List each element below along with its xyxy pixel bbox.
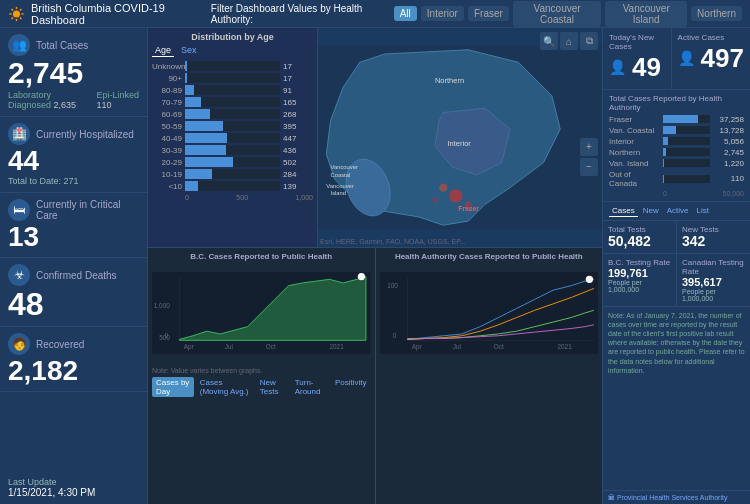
recovered-number: 2,182	[8, 357, 139, 385]
new-tests-num: 342	[682, 234, 745, 249]
age-tab-sex[interactable]: Sex	[178, 44, 200, 57]
age-bar-label: 10-19	[152, 170, 182, 179]
age-bar-fill	[185, 157, 233, 167]
filter-vancouver-island[interactable]: Vancouver Island	[605, 1, 687, 27]
ha-bar-value: 2,745	[712, 148, 744, 157]
ha-bar-fill	[663, 126, 676, 134]
age-bar-row: 30-39 436	[152, 145, 313, 155]
age-bar-track	[185, 157, 280, 167]
svg-text:Oct: Oct	[266, 343, 276, 350]
bc-testing-label: B.C. Testing Rate	[608, 258, 671, 267]
map-zoom-out[interactable]: −	[580, 158, 598, 176]
age-bar-value: 268	[283, 110, 313, 119]
filter-label: Filter Dashboard Values by Health Author…	[211, 3, 390, 25]
bottom-tab-3[interactable]: Turn-Around	[291, 377, 329, 397]
map-zoom-in[interactable]: +	[580, 138, 598, 156]
ha-bar-row: Out of Canada 110	[609, 170, 744, 188]
filter-all[interactable]: All	[394, 6, 417, 21]
svg-text:Vancouver: Vancouver	[331, 164, 358, 170]
map-area: Northern Interior Vancouver Coastal Vanc…	[318, 28, 602, 247]
age-bar-fill	[185, 169, 212, 179]
age-chart-area: Distribution by Age Age Sex Unknown 17 9…	[148, 28, 318, 247]
active-cases: Active Cases 👤 497	[672, 28, 750, 89]
svg-point-45	[585, 276, 592, 283]
age-bar-row: 20-29 502	[152, 157, 313, 167]
svg-line-6	[20, 17, 22, 19]
tests-row: Total Tests 50,482 New Tests 342	[603, 221, 750, 254]
last-update-section: Last Update 1/15/2021, 4:30 PM	[0, 471, 147, 504]
age-tab-age[interactable]: Age	[152, 44, 174, 57]
total-to-date: Total to Date: 271	[8, 176, 139, 186]
age-bar-track	[185, 133, 280, 143]
svg-point-13	[449, 189, 462, 202]
ha-bar-fill	[663, 115, 698, 123]
filter-vancouver-coastal[interactable]: Vancouver Coastal	[513, 1, 601, 27]
header-left: British Columbia COVID-19 Dashboard	[8, 2, 211, 26]
bc-testing-num: 199,761	[608, 267, 671, 279]
deaths-number: 48	[8, 288, 139, 320]
age-bar-fill	[185, 121, 223, 131]
hospital-icon: 🏥	[8, 123, 30, 145]
ha-tab-active[interactable]: Active	[664, 205, 692, 217]
ha-tab-new[interactable]: New	[640, 205, 662, 217]
ha-bar-fill	[663, 159, 664, 167]
map-layers-btn[interactable]: ⧉	[580, 32, 598, 50]
ha-bar-fill	[663, 137, 668, 145]
ha-tab-list[interactable]: List	[694, 205, 712, 217]
age-bar-row: 10-19 284	[152, 169, 313, 179]
filter-fraser[interactable]: Fraser	[468, 6, 509, 21]
age-bar-value: 436	[283, 146, 313, 155]
svg-text:Apr: Apr	[411, 343, 422, 351]
total-cases-number: 2,745	[8, 58, 139, 88]
age-chart-title: Distribution by Age	[152, 32, 313, 42]
svg-point-0	[13, 10, 20, 17]
header-title: British Columbia COVID-19 Dashboard	[31, 2, 211, 26]
map-search-btn[interactable]: 🔍	[540, 32, 558, 50]
filter-interior[interactable]: Interior	[421, 6, 464, 21]
deaths-label: Confirmed Deaths	[36, 270, 117, 281]
age-bar-row: <10 139	[152, 181, 313, 191]
map-home-btn[interactable]: ⌂	[560, 32, 578, 50]
bottom-tab-4[interactable]: Positivity	[331, 377, 371, 397]
active-num: 497	[701, 44, 744, 73]
age-bar-track	[185, 121, 280, 131]
active-person-icon: 👤	[678, 50, 695, 66]
canadian-testing-label: Canadian Testing Rate	[682, 258, 745, 276]
bc-cases-note: Note: Value varies between graphs.	[152, 367, 371, 374]
age-axis: 0 500 1,000	[152, 194, 313, 201]
map-toolbar: 🔍 ⌂ ⧉	[540, 32, 598, 50]
hosp-label: Currently Hospitalized	[36, 129, 134, 140]
age-bar-value: 91	[283, 86, 313, 95]
svg-text:Oct: Oct	[493, 343, 503, 350]
ha-bar-label: Fraser	[609, 115, 661, 124]
svg-text:2021: 2021	[557, 343, 572, 350]
ha-cases-title: Health Authority Cases Reported to Publi…	[380, 252, 599, 261]
age-bar-row: 40-49 447	[152, 133, 313, 143]
age-bar-label: 50-59	[152, 122, 182, 131]
ha-tab-cases[interactable]: Cases	[609, 205, 638, 217]
bottom-tab-1[interactable]: Cases (Moving Avg.)	[196, 377, 254, 397]
recovered-card: 🧑 Recovered 2,182	[0, 327, 147, 392]
people-icon: 👥	[8, 34, 30, 56]
svg-text:2021: 2021	[330, 343, 345, 350]
age-bar-row: Unknown 17	[152, 61, 313, 71]
last-update-label: Last Update	[8, 477, 139, 487]
filter-northern[interactable]: Northern	[691, 6, 742, 21]
age-bar-value: 395	[283, 122, 313, 131]
bottom-tab-0[interactable]: Cases by Day	[152, 377, 194, 397]
header: British Columbia COVID-19 Dashboard Filt…	[0, 0, 750, 28]
critical-icon: 🛏	[8, 199, 30, 221]
bottom-tab-2[interactable]: New Tests	[256, 377, 289, 397]
total-cases-card: 👥 Total Cases 2,745 Laboratory Diagnosed…	[0, 28, 147, 117]
ha-bar-track	[663, 159, 710, 167]
note-section: Note: As of January 7, 2021, the number …	[603, 307, 750, 490]
age-bar-label: 70-79	[152, 98, 182, 107]
age-bar-row: 80-89 91	[152, 85, 313, 95]
bc-logo-icon	[8, 5, 25, 23]
svg-text:0: 0	[392, 332, 396, 339]
critical-number: 13	[8, 223, 139, 251]
last-update-date: 1/15/2021, 4:30 PM	[8, 487, 139, 498]
ha-bar-value: 1,220	[712, 159, 744, 168]
svg-text:Northern: Northern	[435, 76, 464, 85]
today-num: 49	[632, 53, 661, 82]
